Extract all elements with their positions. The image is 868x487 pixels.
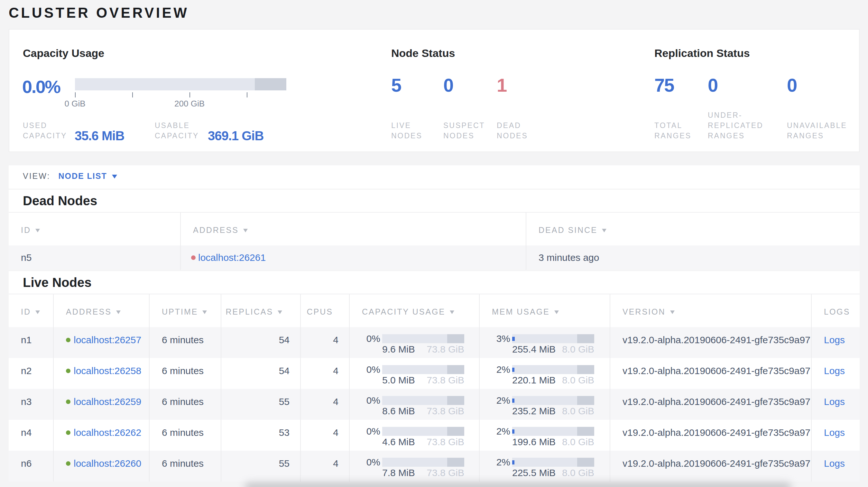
column-header-uptime[interactable]: UPTIME▼ (150, 294, 221, 327)
replication-stat-label-line: RANGES (787, 131, 847, 141)
capacity-usage-bar-available-segment (382, 365, 447, 374)
capacity-axis-tick (132, 92, 133, 97)
column-header-id[interactable]: ID▼ (9, 213, 181, 246)
mem-usage-percent: 3% (480, 333, 510, 344)
view-dropdown[interactable]: NODE LIST (58, 171, 117, 181)
mem-usage-used-label: 235.2 MiB (512, 406, 556, 416)
live-status-icon (66, 430, 70, 435)
mem-usage-bar-used-segment (512, 460, 515, 464)
mem-usage-bar (512, 427, 594, 436)
live-nodes-table-header: ID▼ADDRESS▼UPTIME▼REPLICAS▼CPUSCAPACITY … (9, 294, 860, 327)
live-node-row: n2localhost:262586 minutes5440%5.0 MiB73… (9, 358, 860, 389)
mem-usage-total-label: 8.0 GiB (562, 345, 594, 354)
mem-usage-percent: 2% (480, 426, 510, 437)
mem-usage-bar-row: 2% (480, 364, 610, 375)
replication-stat-label: UNDER-REPLICATEDRANGES (708, 110, 764, 141)
column-header-mem-usage[interactable]: MEM USAGE▼ (480, 294, 610, 327)
node-status-stat-label-line: SUSPECT (443, 120, 485, 131)
logs-link[interactable]: Logs (824, 334, 845, 346)
node-address-link[interactable]: localhost:26258 (74, 365, 141, 376)
capacity-usage-bar-labels: 8.6 MiB73.8 GiB (382, 406, 464, 416)
replication-stat-label-line: REPLICATED (708, 120, 764, 131)
live-nodes-table-body: n1localhost:262576 minutes5440%9.6 MiB73… (9, 327, 860, 482)
capacity-usage-used-label: 8.6 MiB (382, 406, 415, 416)
capacity-usage-bar-reserved-segment (447, 334, 464, 343)
uptime-cell: 6 minutes (150, 389, 221, 420)
mem-usage-bar-used-segment (512, 337, 515, 341)
capacity-usage-bar: 0 GiB200 GiB (75, 78, 286, 90)
mem-usage-chart: 2%199.6 MiB8.0 GiB (480, 420, 610, 447)
capacity-usage-total-label: 73.8 GiB (427, 406, 464, 416)
capacity-usage-bar-available-segment (382, 334, 447, 343)
mem-usage-bar-reserved-segment (577, 427, 594, 436)
mem-usage-bar-row: 2% (480, 457, 610, 468)
column-header-address[interactable]: ADDRESS▼ (181, 213, 526, 246)
capacity-axis-tick (75, 92, 75, 97)
column-header-address[interactable]: ADDRESS▼ (54, 294, 150, 327)
live-node-row: n6localhost:262606 minutes5540%7.8 MiB73… (9, 451, 860, 482)
mem-usage-bar-available-segment (512, 334, 577, 343)
node-address-link[interactable]: localhost:26262 (74, 427, 141, 438)
logs-cell: Logs (812, 451, 860, 482)
live-nodes-table: ID▼ADDRESS▼UPTIME▼REPLICAS▼CPUSCAPACITY … (9, 294, 860, 482)
uptime-cell: 6 minutes (150, 451, 221, 482)
column-header-label: UPTIME (162, 307, 198, 317)
column-header-id[interactable]: ID▼ (9, 294, 54, 327)
capacity-stat-label: USEDCAPACITY (23, 120, 67, 141)
capacity-usage-bar-labels: 7.8 MiB73.8 GiB (382, 468, 464, 478)
capacity-axis-tick-label: 0 GiB (49, 99, 101, 109)
capacity-usage-bar-available-segment (382, 427, 447, 436)
mem-usage-bar-row: 3% (480, 333, 610, 344)
node-id-cell: n4 (9, 420, 54, 451)
capacity-stat-label: USABLECAPACITY (155, 120, 199, 141)
mem-usage-total-label: 8.0 GiB (562, 376, 594, 385)
column-header-capacity-usage[interactable]: CAPACITY USAGE▼ (350, 294, 480, 327)
horizontal-scrollbar-shadow (245, 483, 792, 487)
column-header-cpus: CPUS (301, 294, 350, 327)
replication-stat-label-line: RANGES (654, 131, 691, 141)
capacity-axis-tick-label: 200 GiB (164, 99, 215, 109)
view-dropdown-value: NODE LIST (58, 171, 107, 181)
capacity-usage-bar (382, 365, 464, 374)
capacity-usage-bar-reserved-segment (447, 396, 464, 405)
uptime-cell: 6 minutes (150, 420, 221, 451)
column-header-label: VERSION (623, 307, 665, 317)
mem-usage-bar-labels: 235.2 MiB8.0 GiB (512, 406, 594, 416)
node-address-cell: localhost:26257 (54, 327, 150, 358)
capacity-usage-used-label: 9.6 MiB (382, 345, 415, 354)
mem-usage-cell: 2%225.5 MiB8.0 GiB (480, 451, 610, 482)
mem-usage-bar-used-segment (512, 398, 515, 403)
replication-stat-label-line: RANGES (708, 131, 764, 141)
logs-link[interactable]: Logs (824, 396, 845, 407)
capacity-usage-total-label: 73.8 GiB (427, 345, 464, 354)
logs-link[interactable]: Logs (824, 365, 845, 376)
node-address-link[interactable]: localhost:26260 (74, 458, 141, 469)
logs-link[interactable]: Logs (824, 458, 845, 469)
mem-usage-bar-reserved-segment (577, 396, 594, 405)
node-address-link[interactable]: localhost:26259 (74, 396, 141, 407)
version-cell: v19.2.0-alpha.20190606-2491-gfe735c9a97 (610, 327, 812, 358)
logs-link[interactable]: Logs (824, 427, 845, 438)
mem-usage-bar-row: 2% (480, 395, 610, 406)
capacity-usage-bar-available-segment (382, 458, 447, 467)
column-header-version[interactable]: VERSION▼ (610, 294, 812, 327)
node-address-link[interactable]: localhost:26261 (198, 252, 266, 263)
node-address-link[interactable]: localhost:26257 (74, 334, 141, 346)
capacity-usage-bar-reserved-segment (447, 458, 464, 467)
mem-usage-chart: 2%235.2 MiB8.0 GiB (480, 389, 610, 416)
column-header-dead-since[interactable]: DEAD SINCE▼ (526, 213, 860, 246)
mem-usage-bar-labels: 220.1 MiB8.0 GiB (512, 376, 594, 385)
capacity-usage-bar-labels: 9.6 MiB73.8 GiB (382, 345, 464, 354)
capacity-usage-bar-row: 0% (350, 395, 479, 406)
mem-usage-chart: 3%255.4 MiB8.0 GiB (480, 327, 610, 354)
column-header-replicas[interactable]: REPLICAS▼ (221, 294, 301, 327)
capacity-stat-value: 35.6 MiB (75, 129, 124, 142)
uptime-cell: 6 minutes (150, 327, 221, 358)
dead-nodes-table-body: n5localhost:262613 minutes ago (9, 246, 860, 270)
column-header-label: LOGS (824, 307, 850, 317)
live-status-icon (66, 369, 70, 373)
capacity-usage-chart: 0%4.6 MiB73.8 GiB (350, 420, 479, 447)
node-status-stat-label-line: NODES (497, 131, 528, 141)
dead-status-icon (191, 255, 196, 260)
sort-descending-icon: ▼ (34, 227, 42, 234)
